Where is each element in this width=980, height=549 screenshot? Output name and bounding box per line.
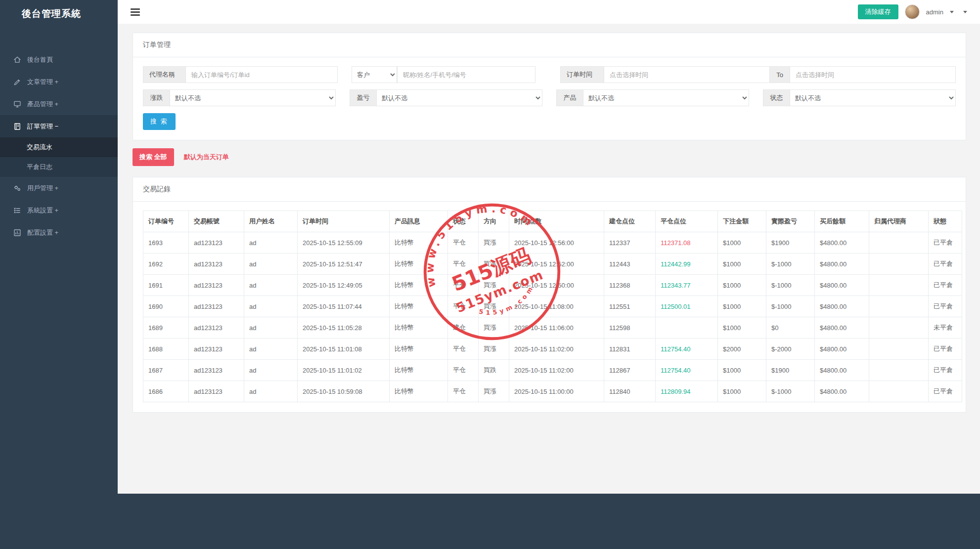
sidebar-item-articles[interactable]: 文章管理 + — [0, 71, 118, 93]
app-title: 後台管理系統 — [0, 0, 118, 28]
search-button[interactable]: 搜 索 — [143, 113, 176, 130]
cell-product: 比特幣 — [390, 381, 448, 402]
sidebar-item-orders[interactable]: 訂單管理 − — [0, 115, 118, 137]
cell-status: 平仓 — [448, 275, 479, 296]
table-row[interactable]: 1688 ad123123 ad 2025-10-15 11:01:08 比特幣… — [143, 338, 962, 360]
table-header-row: 订单编号交易帳號用户姓名订单时间产品訊息状态方向时间/点数建仓点位平仓点位下注金… — [143, 211, 962, 232]
column-header: 订单时间 — [298, 211, 390, 232]
customer-group: 客户 — [352, 66, 535, 83]
sidebar-item-label: 後台首頁 — [27, 55, 53, 64]
cell-product: 比特幣 — [390, 360, 448, 381]
records-panel: 交易記錄 订单编号交易帳號用户姓名订单时间产品訊息状态方向时间/点数建仓点位平仓… — [133, 177, 966, 413]
cell-product: 比特幣 — [390, 275, 448, 296]
order-id-input[interactable] — [185, 66, 338, 83]
caret-down-icon[interactable] — [963, 11, 967, 13]
cell-close-point: 112343.77 — [656, 275, 718, 296]
cell-bet-amount: $1000 — [718, 296, 766, 317]
cell-order-time: 2025-10-15 11:07:44 — [298, 296, 390, 317]
table-row[interactable]: 1689 ad123123 ad 2025-10-15 11:05:28 比特幣… — [143, 317, 962, 338]
sidebar-item-system-settings[interactable]: 系統設置 + — [0, 199, 118, 221]
cell-state: 已平倉 — [929, 275, 962, 296]
actions-row: 搜索 全部 默认为当天订单 — [133, 148, 966, 166]
customer-input[interactable] — [397, 66, 535, 83]
table-row[interactable]: 1687 ad123123 ad 2025-10-15 11:01:02 比特幣… — [143, 360, 962, 381]
table-row[interactable]: 1686 ad123123 ad 2025-10-15 10:59:08 比特幣… — [143, 381, 962, 402]
cell-close-time: 2025-10-15 11:08:00 — [509, 296, 604, 317]
table-row[interactable]: 1690 ad123123 ad 2025-10-15 11:07:44 比特幣… — [143, 296, 962, 317]
column-header: 时间/点数 — [509, 211, 604, 232]
cell-agent — [869, 275, 929, 296]
sidebar-subitem-close-log[interactable]: 平倉日志 — [0, 157, 118, 177]
cell-direction: 買漲 — [479, 275, 509, 296]
sidebar-item-config-settings[interactable]: 配置設置 + — [0, 221, 118, 244]
topbar: 清除緩存 admin — [118, 0, 980, 24]
cell-state: 已平倉 — [929, 338, 962, 360]
status-label: 状态 — [763, 89, 790, 106]
clear-cache-button[interactable]: 清除緩存 — [858, 4, 898, 19]
cell-order-id: 1691 — [143, 275, 189, 296]
cell-order-id: 1692 — [143, 253, 189, 275]
menu-toggle-icon[interactable] — [129, 5, 142, 19]
sidebar-item-label: 文章管理 + — [27, 78, 58, 86]
cell-order-id: 1688 — [143, 338, 189, 360]
customer-select[interactable]: 客户 — [352, 66, 397, 83]
monitor-icon — [13, 100, 22, 109]
cell-close-time: 2025-10-15 11:02:00 — [509, 338, 604, 360]
cell-actual-pnl: $-1000 — [766, 275, 815, 296]
order-time-group: 订单时间 To — [560, 66, 956, 83]
cell-state: 已平倉 — [929, 253, 962, 275]
cell-balance-after: $4800.00 — [815, 317, 869, 338]
cell-close-point: 112442.99 — [656, 253, 718, 275]
cell-order-id: 1689 — [143, 317, 189, 338]
cell-bet-amount: $1000 — [718, 253, 766, 275]
table-row[interactable]: 1691 ad123123 ad 2025-10-15 12:49:05 比特幣… — [143, 275, 962, 296]
search-all-button[interactable]: 搜索 全部 — [133, 148, 174, 166]
cell-account: ad123123 — [189, 275, 244, 296]
cell-order-time: 2025-10-15 11:01:08 — [298, 338, 390, 360]
cell-bet-amount: $1000 — [718, 360, 766, 381]
cell-status: 建仓 — [448, 317, 479, 338]
pnl-select[interactable]: 默认不选 — [376, 89, 542, 106]
cell-account: ad123123 — [189, 317, 244, 338]
agent-name-group: 代理名稱 — [143, 66, 338, 83]
time-from-input[interactable] — [604, 66, 770, 83]
cell-status: 平仓 — [448, 360, 479, 381]
cell-open-point: 112831 — [604, 338, 656, 360]
cell-close-time: 2025-10-15 12:52:00 — [509, 253, 604, 275]
caret-down-icon[interactable] — [950, 11, 954, 13]
cell-order-time: 2025-10-15 12:51:47 — [298, 253, 390, 275]
home-icon — [13, 55, 22, 64]
cell-state: 未平倉 — [929, 317, 962, 338]
sidebar-subitem-transactions[interactable]: 交易流水 — [0, 137, 118, 157]
sidebar-item-users[interactable]: 用戶管理 + — [0, 177, 118, 199]
cell-status: 平仓 — [448, 232, 479, 253]
cell-balance-after: $4800.00 — [815, 381, 869, 402]
cell-balance-after: $4800.00 — [815, 296, 869, 317]
cell-user-name: ad — [244, 381, 298, 402]
updown-select[interactable]: 默认不选 — [170, 89, 336, 106]
cell-order-time: 2025-10-15 11:05:28 — [298, 317, 390, 338]
cell-account: ad123123 — [189, 381, 244, 402]
cell-account: ad123123 — [189, 296, 244, 317]
table-row[interactable]: 1693 ad123123 ad 2025-10-15 12:55:09 比特幣… — [143, 232, 962, 253]
pnl-label: 盈亏 — [350, 89, 376, 106]
column-header: 归属代理商 — [869, 211, 929, 232]
cell-close-point — [656, 317, 718, 338]
product-label: 产品 — [556, 89, 583, 106]
table-row[interactable]: 1692 ad123123 ad 2025-10-15 12:51:47 比特幣… — [143, 253, 962, 275]
cell-account: ad123123 — [189, 232, 244, 253]
time-to-input[interactable] — [790, 66, 956, 83]
cell-bet-amount: $1000 — [718, 232, 766, 253]
column-header: 买后餘額 — [815, 211, 869, 232]
username[interactable]: admin — [926, 8, 943, 16]
sidebar-item-home[interactable]: 後台首頁 — [0, 48, 118, 71]
sidebar-item-products[interactable]: 產品管理 + — [0, 93, 118, 115]
cell-balance-after: $4800.00 — [815, 232, 869, 253]
status-select[interactable]: 默认不选 — [790, 89, 956, 106]
column-header: 狀態 — [929, 211, 962, 232]
cell-bet-amount: $1000 — [718, 317, 766, 338]
avatar[interactable] — [905, 4, 920, 19]
records-table: 订单编号交易帳號用户姓名订单时间产品訊息状态方向时间/点数建仓点位平仓点位下注金… — [143, 211, 962, 402]
product-select[interactable]: 默认不选 — [583, 89, 749, 106]
order-time-label: 订单时间 — [560, 66, 604, 83]
